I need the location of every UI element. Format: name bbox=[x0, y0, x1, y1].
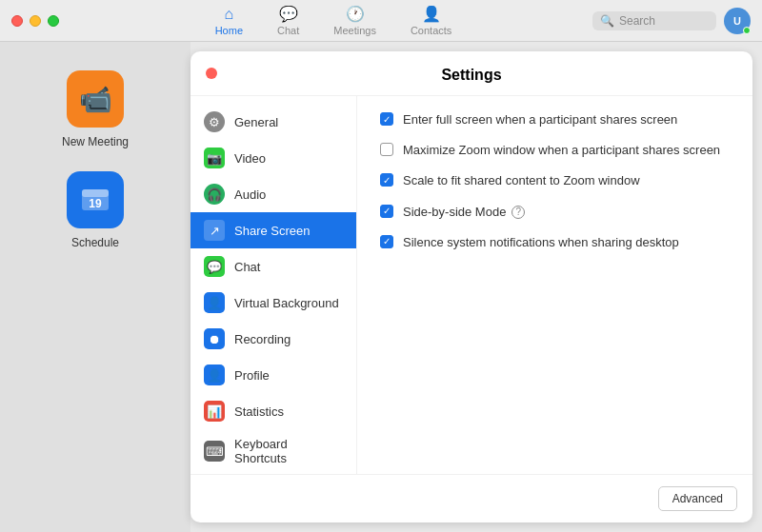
option-silence-label: Silence system notifications when sharin… bbox=[403, 234, 679, 251]
maximize-button[interactable] bbox=[48, 15, 59, 27]
sidebar-item-chat-label: Chat bbox=[234, 260, 260, 274]
sidebar-item-audio-label: Audio bbox=[234, 187, 266, 202]
checkbox-fullscreen[interactable]: ✓ bbox=[380, 112, 393, 126]
general-icon: ⚙ bbox=[204, 111, 225, 132]
close-button[interactable] bbox=[11, 15, 23, 27]
tab-home[interactable]: ⌂ Home bbox=[198, 2, 260, 40]
minimize-button[interactable] bbox=[30, 15, 41, 27]
option-fullscreen-label: Enter full screen when a participant sha… bbox=[403, 111, 677, 128]
meetings-icon: 🕐 bbox=[346, 5, 365, 23]
option-silence: ✓ Silence system notifications when shar… bbox=[380, 234, 730, 251]
video-icon: 📷 bbox=[204, 148, 225, 168]
sidebar-item-statistics-label: Statistics bbox=[234, 404, 284, 419]
sidebar-item-keyboard-label: Keyboard Shortcuts bbox=[234, 437, 343, 465]
home-icon: ⌂ bbox=[225, 6, 234, 23]
sidebar-item-general-label: General bbox=[234, 115, 278, 129]
sidebar-item-recording[interactable]: ⏺ Recording bbox=[190, 321, 356, 357]
settings-close-dot[interactable] bbox=[206, 68, 217, 79]
new-meeting-icon: 📹 bbox=[67, 70, 124, 128]
settings-footer: Advanced bbox=[190, 474, 752, 522]
sidebar-item-keyboard-shortcuts[interactable]: ⌨ Keyboard Shortcuts bbox=[190, 429, 356, 473]
new-meeting-button[interactable]: 📹 New Meeting bbox=[62, 70, 129, 148]
titlebar-right: 🔍 Search U bbox=[592, 8, 751, 34]
help-icon[interactable]: ? bbox=[511, 206, 525, 219]
tab-chat-label: Chat bbox=[277, 25, 299, 36]
avatar-label: U bbox=[733, 15, 741, 27]
option-side-by-side-row: Side-by-side Mode ? bbox=[403, 204, 525, 221]
option-scale: ✓ Scale to fit shared content to Zoom wi… bbox=[380, 172, 730, 189]
profile-icon: 👤 bbox=[204, 365, 225, 385]
option-scale-label: Scale to fit shared content to Zoom wind… bbox=[403, 172, 640, 189]
sidebar-item-profile-label: Profile bbox=[234, 368, 270, 383]
contacts-icon: 👤 bbox=[422, 5, 441, 23]
search-icon: 🔍 bbox=[600, 14, 614, 28]
sidebar-item-virtual-background[interactable]: 👤 Virtual Background bbox=[190, 285, 356, 321]
settings-body: ⚙ General 📷 Video 🎧 Audio ↗ Share Screen… bbox=[190, 96, 752, 474]
sidebar-item-chat[interactable]: 💬 Chat bbox=[190, 248, 356, 285]
main-content: 📹 New Meeting 19 Schedule Settings ⚙ bbox=[0, 42, 762, 532]
sidebar-item-profile[interactable]: 👤 Profile bbox=[190, 357, 356, 393]
audio-icon: 🎧 bbox=[204, 184, 225, 205]
sidebar-item-statistics[interactable]: 📊 Statistics bbox=[190, 393, 356, 429]
settings-content: ✓ Enter full screen when a participant s… bbox=[357, 96, 752, 474]
schedule-icon: 19 bbox=[67, 171, 124, 228]
tab-home-label: Home bbox=[215, 25, 243, 36]
keyboard-icon: ⌨ bbox=[204, 441, 225, 462]
new-meeting-label: New Meeting bbox=[62, 135, 129, 148]
advanced-button[interactable]: Advanced bbox=[658, 486, 737, 511]
sidebar-item-video-label: Video bbox=[234, 151, 266, 166]
checkbox-scale[interactable]: ✓ bbox=[380, 173, 393, 187]
checkbox-maximize[interactable] bbox=[380, 143, 393, 156]
settings-title: Settings bbox=[441, 67, 501, 83]
tab-chat[interactable]: 💬 Chat bbox=[260, 1, 316, 40]
option-maximize: Maximize Zoom window when a participant … bbox=[380, 142, 730, 159]
settings-header: Settings bbox=[190, 51, 752, 96]
sidebar-item-general[interactable]: ⚙ General bbox=[190, 104, 356, 140]
svg-text:19: 19 bbox=[89, 197, 102, 210]
settings-sidebar: ⚙ General 📷 Video 🎧 Audio ↗ Share Screen… bbox=[190, 96, 357, 474]
avatar[interactable]: U bbox=[724, 8, 751, 34]
option-maximize-label: Maximize Zoom window when a participant … bbox=[403, 142, 720, 159]
tab-contacts-label: Contacts bbox=[411, 25, 451, 36]
sidebar-item-share-screen[interactable]: ↗ Share Screen bbox=[190, 212, 356, 248]
checkbox-silence[interactable]: ✓ bbox=[380, 235, 393, 248]
virtual-bg-icon: 👤 bbox=[204, 292, 225, 313]
sidebar-item-video[interactable]: 📷 Video bbox=[190, 140, 356, 176]
left-panel: 📹 New Meeting 19 Schedule bbox=[0, 42, 190, 532]
svg-rect-1 bbox=[82, 189, 109, 197]
tab-meetings-label: Meetings bbox=[333, 25, 376, 36]
option-fullscreen: ✓ Enter full screen when a participant s… bbox=[380, 111, 730, 128]
checkbox-side-by-side[interactable]: ✓ bbox=[380, 205, 393, 218]
schedule-label: Schedule bbox=[71, 236, 119, 249]
sidebar-item-share-label: Share Screen bbox=[234, 224, 311, 238]
titlebar: ⌂ Home 💬 Chat 🕐 Meetings 👤 Contacts 🔍 Se… bbox=[0, 0, 762, 42]
search-box[interactable]: 🔍 Search bbox=[592, 11, 716, 30]
recording-icon: ⏺ bbox=[204, 328, 225, 349]
tab-meetings[interactable]: 🕐 Meetings bbox=[316, 1, 393, 40]
nav-tabs: ⌂ Home 💬 Chat 🕐 Meetings 👤 Contacts bbox=[74, 1, 592, 40]
share-screen-icon: ↗ bbox=[204, 220, 225, 241]
sidebar-item-recording-label: Recording bbox=[234, 332, 291, 346]
status-dot bbox=[743, 27, 751, 34]
traffic-lights bbox=[11, 15, 59, 27]
option-side-by-side-label: Side-by-side Mode bbox=[403, 204, 506, 221]
schedule-button[interactable]: 19 Schedule bbox=[67, 171, 124, 249]
search-placeholder: Search bbox=[619, 14, 655, 28]
settings-panel: Settings ⚙ General 📷 Video 🎧 Audio ↗ bbox=[190, 51, 752, 522]
sidebar-item-vbg-label: Virtual Background bbox=[234, 296, 339, 310]
sidebar-item-audio[interactable]: 🎧 Audio bbox=[190, 176, 356, 212]
statistics-icon: 📊 bbox=[204, 401, 225, 422]
chat-nav-icon: 💬 bbox=[279, 5, 298, 23]
tab-contacts[interactable]: 👤 Contacts bbox=[393, 1, 469, 40]
option-side-by-side: ✓ Side-by-side Mode ? bbox=[380, 204, 730, 221]
chat-icon: 💬 bbox=[204, 256, 225, 277]
